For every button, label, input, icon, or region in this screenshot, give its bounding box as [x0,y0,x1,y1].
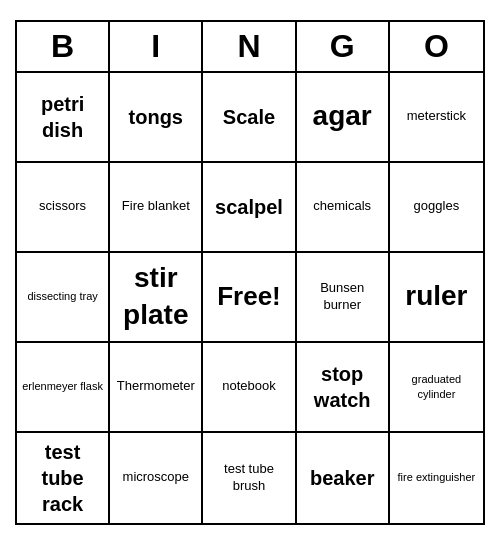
bingo-cell-2: Scale [203,73,296,163]
bingo-cell-13: Bunsen burner [297,253,390,343]
bingo-grid: petri dishtongsScaleagarmeterstickscisso… [17,73,483,523]
bingo-cell-4: meterstick [390,73,483,163]
bingo-cell-0: petri dish [17,73,110,163]
bingo-cell-5: scissors [17,163,110,253]
header-letter-g: G [297,22,390,71]
bingo-cell-9: goggles [390,163,483,253]
bingo-cell-17: notebook [203,343,296,433]
header-letter-o: O [390,22,483,71]
header-letter-n: N [203,22,296,71]
bingo-cell-11: stir plate [110,253,203,343]
bingo-cell-24: fire extinguisher [390,433,483,523]
bingo-cell-1: tongs [110,73,203,163]
bingo-header: BINGO [17,22,483,73]
bingo-cell-21: microscope [110,433,203,523]
bingo-card: BINGO petri dishtongsScaleagarmeterstick… [15,20,485,525]
bingo-cell-22: test tube brush [203,433,296,523]
bingo-cell-12: Free! [203,253,296,343]
bingo-cell-6: Fire blanket [110,163,203,253]
bingo-cell-3: agar [297,73,390,163]
bingo-cell-19: graduated cylinder [390,343,483,433]
bingo-cell-23: beaker [297,433,390,523]
bingo-cell-16: Thermometer [110,343,203,433]
bingo-cell-14: ruler [390,253,483,343]
bingo-cell-20: test tube rack [17,433,110,523]
bingo-cell-18: stop watch [297,343,390,433]
bingo-cell-7: scalpel [203,163,296,253]
bingo-cell-15: erlenmeyer flask [17,343,110,433]
header-letter-b: B [17,22,110,71]
bingo-cell-8: chemicals [297,163,390,253]
header-letter-i: I [110,22,203,71]
bingo-cell-10: dissecting tray [17,253,110,343]
